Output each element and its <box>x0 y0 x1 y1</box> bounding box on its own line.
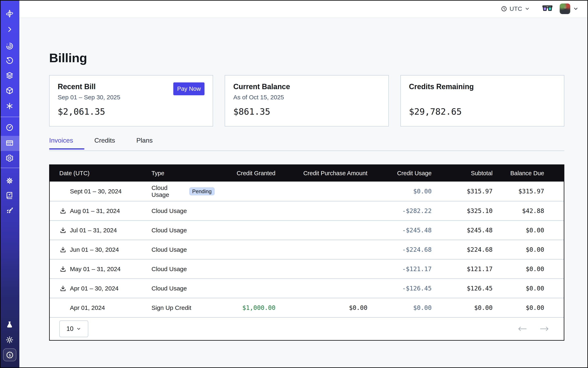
balance-due-cell: $0.00 <box>493 227 564 234</box>
user-avatar[interactable] <box>560 3 570 14</box>
current-balance-card: Current Balance As of Oct 15, 2025 $861.… <box>225 75 389 127</box>
tab-credits[interactable]: Credits <box>94 137 127 149</box>
type-cell: Cloud Usage <box>152 285 215 292</box>
asterisk-icon[interactable] <box>5 101 14 110</box>
table-body: Sept 01 – 30, 2024 Cloud Usage Pending $… <box>50 182 564 317</box>
download-icon <box>60 246 66 253</box>
download-invoice-button[interactable] <box>59 227 67 234</box>
topbar: UTC <box>19 0 588 18</box>
table-header: Date (UTC) Type Credit Granted Credit Pu… <box>50 165 564 182</box>
account-menu-chevron[interactable] <box>573 6 579 12</box>
download-invoice-button[interactable] <box>59 207 67 215</box>
credits-remaining-card: Credits Remaining $29,782.65 <box>400 75 564 127</box>
table-row: May 01 – 31, 2024 Cloud Usage -$121.17 $… <box>50 259 564 278</box>
tab-plans[interactable]: Plans <box>136 137 164 149</box>
settings-gear-icon[interactable] <box>5 154 14 163</box>
date-cell: Jun 01 – 30, 2024 <box>50 246 152 253</box>
invoice-period: Sept 01 – 30, 2024 <box>70 188 122 195</box>
table-row: Jul 01 – 31, 2024 Cloud Usage -$245.48 $… <box>50 220 564 240</box>
helm-wheel-icon[interactable] <box>5 176 14 185</box>
credits-remaining-amount: $29,782.65 <box>409 107 556 117</box>
sidebar-divider <box>0 168 19 168</box>
download-invoice-button[interactable] <box>59 285 67 292</box>
date-cell: Apr 01 – 30, 2024 <box>50 285 152 292</box>
card-title: Current Balance <box>233 83 380 91</box>
subtotal-cell: $0.00 <box>432 304 493 311</box>
main-content: Billing Recent Bill Sep 01 – Sep 30, 202… <box>19 18 588 368</box>
balance-due-cell: $42.88 <box>493 207 564 214</box>
credit-usage-cell: $0.00 <box>367 304 432 311</box>
type-cell: Cloud Usage <box>152 246 215 253</box>
credit-usage-cell: $0.00 <box>367 188 432 195</box>
credit-granted-cell: $1,000.00 <box>215 304 275 311</box>
col-credit-granted: Credit Granted <box>215 170 275 177</box>
table-pagination: 10 <box>50 317 564 340</box>
page-size-select[interactable]: 10 <box>59 321 88 337</box>
chevron-down-icon <box>525 6 530 11</box>
credit-usage-cell: -$126.45 <box>367 285 432 292</box>
credits-dollar-badge-button[interactable]: $ <box>3 349 16 361</box>
col-date: Date (UTC) <box>50 170 152 177</box>
col-type: Type <box>152 170 215 177</box>
invoice-type: Cloud Usage <box>152 246 187 253</box>
chevron-down-icon <box>76 326 81 331</box>
dashboard-gauge-icon[interactable] <box>5 123 14 132</box>
timezone-selector[interactable]: UTC <box>501 5 530 12</box>
labs-flask-icon[interactable] <box>5 320 14 329</box>
invoice-period: Apr 01, 2024 <box>70 304 105 311</box>
billing-tabs: Invoices Credits Plans <box>49 137 564 151</box>
type-cell: Sign Up Credit <box>152 304 215 311</box>
balance-due-cell: $0.00 <box>493 304 564 311</box>
download-invoice-button[interactable] <box>59 265 67 273</box>
download-icon <box>60 266 66 273</box>
chevron-down-icon <box>573 6 579 12</box>
recent-bill-amount: $2,061.35 <box>58 107 205 117</box>
next-page-button[interactable] <box>540 326 549 332</box>
docs-book-icon[interactable] <box>5 191 14 200</box>
glasses-icon[interactable] <box>542 5 553 12</box>
billing-app: $ UTC <box>0 0 588 368</box>
sidebar: $ <box>0 0 19 368</box>
clock-icon <box>501 6 507 12</box>
type-cell: Cloud Usage <box>152 207 215 214</box>
balance-due-cell: $0.00 <box>493 246 564 253</box>
date-cell: May 01 – 31, 2024 <box>50 265 152 273</box>
col-balance-due: Balance Due <box>493 170 564 177</box>
theme-brightness-icon[interactable] <box>5 335 14 344</box>
type-cell: Cloud Usage <box>152 227 215 234</box>
summary-cards: Recent Bill Sep 01 – Sep 30, 2025 $2,061… <box>49 75 564 127</box>
subtotal-cell: $126.45 <box>432 285 493 292</box>
download-icon <box>60 285 66 292</box>
download-icon <box>60 207 66 214</box>
credit-usage-cell: -$121.17 <box>367 265 432 273</box>
tab-invoices[interactable]: Invoices <box>49 137 84 149</box>
observability-eye-icon[interactable] <box>5 42 14 51</box>
balance-due-cell: $0.00 <box>493 265 564 273</box>
sidebar-divider <box>0 117 19 117</box>
billing-credit-card-icon[interactable] <box>5 138 14 147</box>
invoice-type: Sign Up Credit <box>152 304 191 311</box>
table-row: Sept 01 – 30, 2024 Cloud Usage Pending $… <box>50 182 564 201</box>
col-subtotal: Subtotal <box>432 170 493 177</box>
download-icon <box>60 227 66 234</box>
credit-usage-cell: -$224.68 <box>367 246 432 253</box>
history-timer-icon[interactable] <box>5 56 14 65</box>
logo-icon[interactable] <box>5 9 14 18</box>
svg-text:$: $ <box>9 353 11 357</box>
rocket-icon[interactable] <box>5 206 14 215</box>
invoice-period: Apr 01 – 30, 2024 <box>70 285 119 292</box>
col-credit-purchase: Credit Purchase Amount <box>275 170 367 177</box>
invoice-period: May 01 – 31, 2024 <box>70 266 121 273</box>
credit-purchase-cell: $0.00 <box>275 304 367 311</box>
download-invoice-button[interactable] <box>59 246 67 253</box>
invoice-type: Cloud Usage <box>152 227 187 234</box>
subtotal-cell: $224.68 <box>432 246 493 253</box>
pay-now-button[interactable]: Pay Now <box>173 83 205 95</box>
sidebar-collapse-chevron-icon[interactable] <box>5 25 14 34</box>
pending-status-badge: Pending <box>189 187 215 195</box>
previous-page-button[interactable] <box>518 326 527 332</box>
date-cell: Apr 01, 2024 <box>50 304 152 311</box>
table-row: Jun 01 – 30, 2024 Cloud Usage -$224.68 $… <box>50 240 564 259</box>
layers-icon[interactable] <box>5 71 14 80</box>
cube-icon[interactable] <box>5 86 14 95</box>
